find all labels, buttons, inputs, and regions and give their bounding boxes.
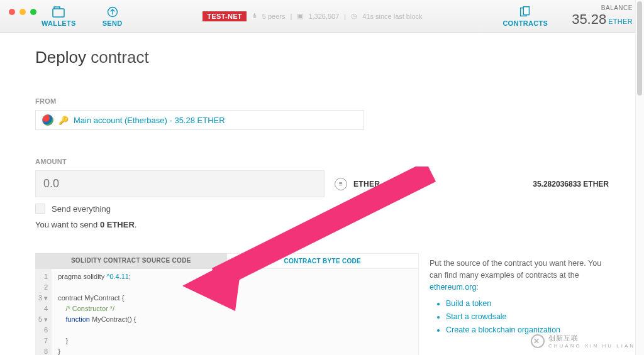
link-build-token[interactable]: Build a token <box>446 298 606 310</box>
svg-rect-0 <box>53 9 64 17</box>
testnet-badge: TEST-NET <box>203 11 247 21</box>
balance-label: BALANCE <box>601 4 633 11</box>
send-everything-row[interactable]: Send everything <box>35 204 609 214</box>
peers-text: 5 peers <box>262 13 286 20</box>
watermark: ✕ 创新互联 CHUANG XIN HU LIAN <box>531 334 635 349</box>
contracts-icon <box>518 6 532 18</box>
info-text: Put the source of the contract you want … <box>430 259 601 280</box>
right-info-panel: Put the source of the contract you want … <box>430 258 606 337</box>
minimize-dot-icon[interactable] <box>19 9 26 15</box>
nav-contracts-label: CONTRACTS <box>502 19 548 27</box>
scrollbar-track[interactable] <box>635 0 644 355</box>
balance-value: 35.28 <box>572 11 606 28</box>
nav-wallets-label: WALLETS <box>42 19 76 27</box>
divider: | <box>291 13 292 20</box>
avatar-icon <box>42 114 53 126</box>
nav-wallets[interactable]: WALLETS <box>42 6 76 27</box>
you-want-bold: 0 ETHER <box>100 220 135 229</box>
window-controls <box>9 9 36 15</box>
code-editor[interactable]: 123 ▾45 ▾678 pragma solidity ^0.4.11; co… <box>35 269 419 355</box>
wallet-icon <box>51 6 66 18</box>
maximize-dot-icon[interactable] <box>30 9 36 15</box>
svg-rect-3 <box>524 6 530 14</box>
unit-menu-icon: ≡ <box>335 178 347 190</box>
app-header: WALLETS SEND TEST-NET ⋔ 5 peers | ▣ 1,32… <box>0 0 644 33</box>
divider: | <box>344 13 346 20</box>
balance-unit: ETHER <box>608 18 633 25</box>
code-content[interactable]: pragma solidity ^0.4.11; contract MyCont… <box>52 269 142 355</box>
title-light: contract <box>91 48 149 67</box>
line-gutter: 123 ▾45 ▾678 <box>36 269 52 355</box>
nav-left: WALLETS SEND <box>42 6 122 27</box>
balance-display: BALANCE 35.28 ETHER <box>572 4 633 28</box>
from-account-select[interactable]: 🔑 Main account (Etherbase) - 35.28 ETHER <box>35 110 364 130</box>
you-want-suffix: . <box>135 220 137 229</box>
unit-label: ETHER <box>353 180 380 188</box>
clock-icon: ◷ <box>351 12 357 20</box>
available-balance: 35.282036833 ETHER <box>533 180 609 188</box>
from-label: FROM <box>35 97 609 105</box>
ethereum-org-link[interactable]: ethereum.org <box>430 283 476 292</box>
link-crowdsale[interactable]: Start a crowdsale <box>446 311 606 323</box>
peers-icon: ⋔ <box>252 12 257 20</box>
account-text: Main account (Etherbase) - 35.28 ETHER <box>74 116 225 125</box>
you-want-text: You want to send 0 ETHER. <box>35 220 609 229</box>
tab-bytecode[interactable]: CONTRACT BYTE CODE <box>227 253 419 269</box>
close-dot-icon[interactable] <box>9 9 15 15</box>
you-want-prefix: You want to send <box>35 220 100 229</box>
nav-right: CONTRACTS BALANCE 35.28 ETHER <box>502 4 633 28</box>
nav-send[interactable]: SEND <box>103 6 123 27</box>
send-icon <box>106 6 119 18</box>
code-tabs: SOLIDITY CONTRACT SOURCE CODE CONTRACT B… <box>35 253 419 269</box>
key-icon: 🔑 <box>58 116 69 125</box>
watermark-text: 创新互联 <box>548 334 635 343</box>
last-block-text: 41s since last block <box>362 13 422 20</box>
watermark-logo-icon: ✕ <box>531 334 545 348</box>
unit-select[interactable]: ≡ ETHER <box>335 178 380 190</box>
nav-center: TEST-NET ⋔ 5 peers | ▣ 1,326,507 | ◷ 41s… <box>203 11 422 21</box>
block-number: 1,326,507 <box>308 13 339 20</box>
send-everything-label: Send everything <box>52 204 111 214</box>
send-everything-checkbox[interactable] <box>35 204 45 214</box>
cube-icon: ▣ <box>297 12 303 20</box>
code-block: SOLIDITY CONTRACT SOURCE CODE CONTRACT B… <box>35 253 419 355</box>
tab-source[interactable]: SOLIDITY CONTRACT SOURCE CODE <box>35 253 227 269</box>
page-title: Deploy contract <box>35 48 609 67</box>
nav-send-label: SEND <box>103 19 123 27</box>
amount-input[interactable] <box>35 170 325 197</box>
info-text-end: : <box>476 283 478 292</box>
title-bold: Deploy <box>35 48 86 67</box>
nav-contracts[interactable]: CONTRACTS <box>502 6 548 27</box>
amount-label: AMOUNT <box>35 158 609 165</box>
scrollbar-thumb[interactable] <box>637 1 642 96</box>
